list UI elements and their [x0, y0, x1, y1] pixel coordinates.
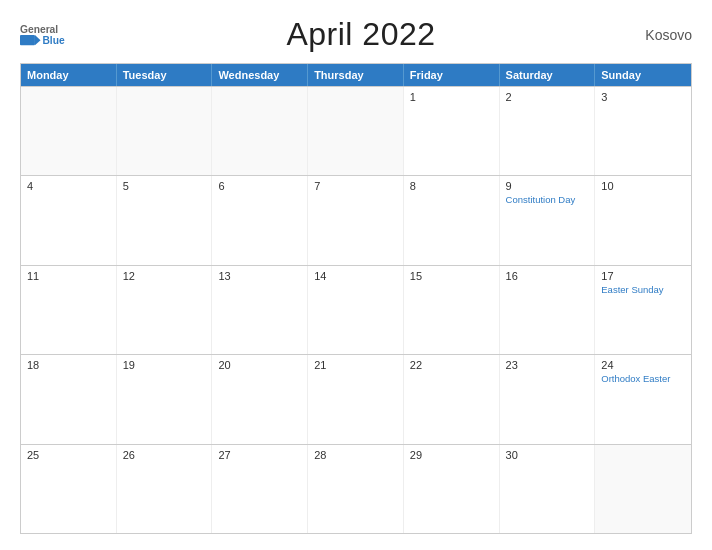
- cal-cell: 19: [117, 355, 213, 443]
- cal-cell: 1: [404, 87, 500, 175]
- cal-cell: 20: [212, 355, 308, 443]
- svg-marker-2: [35, 35, 41, 45]
- header-wednesday: Wednesday: [212, 64, 308, 86]
- cal-cell: 7: [308, 176, 404, 264]
- region-label: Kosovo: [632, 27, 692, 43]
- svg-text:Blue: Blue: [42, 35, 65, 46]
- svg-rect-1: [20, 35, 35, 45]
- month-title: April 2022: [90, 16, 632, 53]
- day-number: 1: [410, 91, 493, 103]
- calendar-page: General Blue April 2022 Kosovo Monday Tu…: [0, 0, 712, 550]
- day-number: 30: [506, 449, 589, 461]
- header-monday: Monday: [21, 64, 117, 86]
- logo-svg: General Blue: [20, 21, 90, 49]
- calendar-header: Monday Tuesday Wednesday Thursday Friday…: [21, 64, 691, 86]
- cal-cell: 14: [308, 266, 404, 354]
- cal-cell: 27: [212, 445, 308, 533]
- cal-cell: 12: [117, 266, 213, 354]
- calendar-week-5: 252627282930: [21, 444, 691, 533]
- svg-text:General: General: [20, 24, 58, 35]
- event-label: Easter Sunday: [601, 284, 685, 296]
- day-number: 9: [506, 180, 589, 192]
- logo: General Blue: [20, 21, 90, 49]
- day-number: 24: [601, 359, 685, 371]
- cal-cell: [212, 87, 308, 175]
- day-number: 22: [410, 359, 493, 371]
- day-number: 2: [506, 91, 589, 103]
- cal-cell: 11: [21, 266, 117, 354]
- header-sunday: Sunday: [595, 64, 691, 86]
- cal-cell: 16: [500, 266, 596, 354]
- day-number: 19: [123, 359, 206, 371]
- cal-cell: 21: [308, 355, 404, 443]
- cal-cell: 10: [595, 176, 691, 264]
- cal-cell: [595, 445, 691, 533]
- event-label: Constitution Day: [506, 194, 589, 206]
- day-number: 8: [410, 180, 493, 192]
- day-number: 21: [314, 359, 397, 371]
- cal-cell: 2: [500, 87, 596, 175]
- day-number: 27: [218, 449, 301, 461]
- cal-cell: 15: [404, 266, 500, 354]
- cal-cell: [308, 87, 404, 175]
- day-number: 28: [314, 449, 397, 461]
- day-number: 20: [218, 359, 301, 371]
- day-number: 23: [506, 359, 589, 371]
- cal-cell: 4: [21, 176, 117, 264]
- calendar-week-2: 456789Constitution Day10: [21, 175, 691, 264]
- day-number: 18: [27, 359, 110, 371]
- cal-cell: 30: [500, 445, 596, 533]
- day-number: 6: [218, 180, 301, 192]
- cal-cell: [21, 87, 117, 175]
- day-number: 13: [218, 270, 301, 282]
- day-number: 29: [410, 449, 493, 461]
- day-number: 25: [27, 449, 110, 461]
- day-number: 11: [27, 270, 110, 282]
- cal-cell: 22: [404, 355, 500, 443]
- cal-cell: 13: [212, 266, 308, 354]
- day-number: 5: [123, 180, 206, 192]
- day-number: 7: [314, 180, 397, 192]
- cal-cell: 28: [308, 445, 404, 533]
- cal-cell: 23: [500, 355, 596, 443]
- cal-cell: 3: [595, 87, 691, 175]
- calendar-week-4: 18192021222324Orthodox Easter: [21, 354, 691, 443]
- cal-cell: [117, 87, 213, 175]
- cal-cell: 6: [212, 176, 308, 264]
- header-tuesday: Tuesday: [117, 64, 213, 86]
- day-number: 10: [601, 180, 685, 192]
- day-number: 26: [123, 449, 206, 461]
- cal-cell: 8: [404, 176, 500, 264]
- cal-cell: 9Constitution Day: [500, 176, 596, 264]
- cal-cell: 17Easter Sunday: [595, 266, 691, 354]
- cal-cell: 24Orthodox Easter: [595, 355, 691, 443]
- header: General Blue April 2022 Kosovo: [20, 16, 692, 53]
- header-friday: Friday: [404, 64, 500, 86]
- day-number: 14: [314, 270, 397, 282]
- cal-cell: 29: [404, 445, 500, 533]
- cal-cell: 25: [21, 445, 117, 533]
- cal-cell: 5: [117, 176, 213, 264]
- calendar-week-1: 123: [21, 86, 691, 175]
- calendar-grid: Monday Tuesday Wednesday Thursday Friday…: [20, 63, 692, 534]
- day-number: 15: [410, 270, 493, 282]
- cal-cell: 26: [117, 445, 213, 533]
- cal-cell: 18: [21, 355, 117, 443]
- event-label: Orthodox Easter: [601, 373, 685, 385]
- day-number: 16: [506, 270, 589, 282]
- day-number: 17: [601, 270, 685, 282]
- day-number: 3: [601, 91, 685, 103]
- calendar-week-3: 11121314151617Easter Sunday: [21, 265, 691, 354]
- day-number: 12: [123, 270, 206, 282]
- calendar-body: 123456789Constitution Day101112131415161…: [21, 86, 691, 533]
- day-number: 4: [27, 180, 110, 192]
- header-thursday: Thursday: [308, 64, 404, 86]
- header-saturday: Saturday: [500, 64, 596, 86]
